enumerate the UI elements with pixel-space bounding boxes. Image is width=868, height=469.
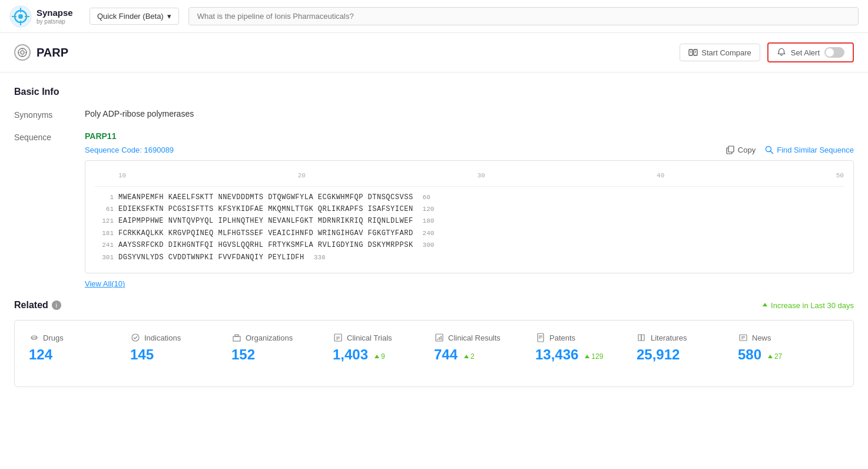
increase-badge-clinical-trials: 9 bbox=[374, 352, 385, 361]
patents-count: 13,436 129 bbox=[535, 346, 625, 363]
arrow-up-small-icon bbox=[463, 354, 469, 359]
related-item-drugs[interactable]: Drugs 124 bbox=[29, 332, 130, 375]
search-dna-icon bbox=[765, 146, 774, 154]
drugs-label: Drugs bbox=[43, 333, 64, 342]
logo-sub: by patsnap bbox=[37, 18, 73, 25]
seq-end-num: 180 bbox=[423, 216, 435, 227]
news-label: News bbox=[752, 333, 771, 342]
seq-start-num: 301 bbox=[95, 252, 114, 263]
related-item-indications[interactable]: Indications 145 bbox=[130, 332, 231, 375]
view-all-link[interactable]: View All(10) bbox=[85, 279, 125, 288]
clinical-results-icon bbox=[434, 332, 445, 343]
svg-rect-28 bbox=[334, 334, 342, 341]
related-item-clinical-trials[interactable]: Clinical Trials 1,403 9 bbox=[333, 332, 434, 375]
search-input[interactable] bbox=[188, 7, 859, 25]
related-item-clinical-results[interactable]: Clinical Results 744 2 bbox=[434, 332, 535, 375]
related-item-news[interactable]: News 580 27 bbox=[738, 332, 839, 375]
chevron-down-icon: ▾ bbox=[167, 12, 171, 21]
drugs-count: 124 bbox=[29, 346, 118, 363]
arrow-up-small-icon bbox=[767, 354, 773, 359]
clinical-trials-icon bbox=[333, 332, 343, 343]
indications-icon bbox=[130, 332, 141, 343]
related-item-patents[interactable]: Patents 13,436 129 bbox=[535, 332, 637, 375]
literatures-label: Literatures bbox=[651, 333, 687, 342]
related-item-label-clinical-trials: Clinical Trials bbox=[333, 332, 422, 343]
related-card: Drugs 124 Indications 145 Organizations … bbox=[14, 320, 854, 387]
arrow-up-small-icon bbox=[584, 354, 590, 359]
sequence-code: Sequence Code: 1690089 bbox=[85, 146, 174, 154]
literatures-count: 25,912 bbox=[637, 346, 726, 363]
set-alert-button[interactable]: Set Alert bbox=[767, 42, 854, 62]
sequence-code-row: Sequence Code: 1690089 Copy bbox=[85, 146, 854, 154]
seq-end-num: 240 bbox=[423, 228, 435, 239]
set-alert-toggle[interactable] bbox=[824, 47, 844, 58]
related-header: Related i Increase in Last 30 days bbox=[14, 300, 854, 311]
related-item-literatures[interactable]: Literatures 25,912 bbox=[637, 332, 738, 375]
logo-text: Synapse by patsnap bbox=[37, 8, 73, 25]
clinical-results-label: Clinical Results bbox=[448, 333, 501, 342]
quick-finder-button[interactable]: Quick Finder (Beta) ▾ bbox=[90, 8, 179, 25]
svg-rect-27 bbox=[235, 335, 238, 336]
svg-rect-26 bbox=[233, 336, 240, 341]
related-item-label-organizations: Organizations bbox=[231, 332, 321, 343]
sequence-box: 10 20 30 40 50 1 MWEANPEMFH KAEELFSKTT N… bbox=[85, 160, 854, 273]
news-icon bbox=[738, 332, 748, 343]
sequence-row: 121 EAIPMPPHWE NVNTQVPYQL IPLHNQTHEY NEV… bbox=[95, 215, 844, 227]
seq-data: AAYSSRFCKD DIKHGNTFQI HGVSLQQRHL FRTYKSM… bbox=[118, 239, 413, 251]
compare-icon bbox=[688, 48, 698, 57]
logo-name: Synapse bbox=[37, 8, 73, 18]
patents-icon bbox=[535, 332, 546, 343]
seq-data: FCRKKAQLKK KRGVPQINEQ MLFHGTSSEF VEAICIH… bbox=[118, 227, 413, 239]
bell-icon bbox=[777, 48, 786, 57]
sequence-content: PARP11 Sequence Code: 1690089 Copy bbox=[85, 131, 854, 288]
sequence-ruler: 10 20 30 40 50 bbox=[95, 170, 844, 187]
related-item-organizations[interactable]: Organizations 152 bbox=[231, 332, 333, 375]
sequence-row: 241 AAYSSRFCKD DIKHGNTFQI HGVSLQQRHL FRT… bbox=[95, 239, 844, 251]
sequence-row: 301 DGSYVNLYDS CVDDTWNPKI FVVFDANQIY PEY… bbox=[95, 252, 844, 263]
seq-start-num: 1 bbox=[95, 192, 114, 203]
top-navigation: Synapse by patsnap Quick Finder (Beta) ▾ bbox=[0, 0, 868, 33]
find-similar-button[interactable]: Find Similar Sequence bbox=[765, 146, 854, 154]
logo-icon bbox=[9, 5, 32, 28]
sequence-row: 1 MWEANPEMFH KAEELFSKTT NNEVDDDMTS DTQWG… bbox=[95, 191, 844, 203]
svg-point-2 bbox=[18, 14, 23, 19]
seq-start-num: 181 bbox=[95, 228, 114, 239]
info-icon[interactable]: i bbox=[52, 300, 61, 310]
logo: Synapse by patsnap bbox=[9, 5, 80, 28]
seq-end-num: 60 bbox=[423, 192, 430, 203]
quick-finder-label: Quick Finder (Beta) bbox=[97, 12, 164, 21]
related-title: Related bbox=[14, 300, 48, 311]
seq-start-num: 61 bbox=[95, 204, 114, 215]
target-icon bbox=[14, 44, 31, 61]
seq-data: EAIPMPPHWE NVNTQVPYQL IPLHNQTHEY NEVANLF… bbox=[118, 215, 413, 227]
indications-count: 145 bbox=[130, 346, 220, 363]
synonyms-label: Synonyms bbox=[14, 109, 85, 120]
page-header: PARP Start Compare Set Alert bbox=[0, 33, 868, 72]
arrow-up-icon bbox=[761, 302, 768, 309]
organizations-label: Organizations bbox=[246, 333, 293, 342]
main-content: Basic Info Synonyms Poly ADP-ribose poly… bbox=[0, 72, 868, 401]
synonyms-value: Poly ADP-ribose polymerases bbox=[85, 109, 854, 118]
start-compare-button[interactable]: Start Compare bbox=[680, 44, 760, 61]
seq-data: DGSYVNLYDS CVDDTWNPKI FVVFDANQIY PEYLIDF… bbox=[118, 252, 304, 263]
svg-rect-20 bbox=[728, 146, 734, 152]
related-item-label-clinical-results: Clinical Results bbox=[434, 332, 524, 343]
svg-point-7 bbox=[18, 48, 26, 57]
clinical-trials-label: Clinical Trials bbox=[347, 333, 392, 342]
increase-badge-clinical-results: 2 bbox=[463, 352, 475, 361]
set-alert-label: Set Alert bbox=[791, 48, 820, 57]
clinical-trials-count: 1,403 9 bbox=[333, 346, 422, 363]
svg-point-25 bbox=[132, 334, 139, 341]
related-grid: Drugs 124 Indications 145 Organizations … bbox=[29, 332, 839, 375]
related-title-area: Related i bbox=[14, 300, 61, 311]
sequence-name: PARP11 bbox=[85, 131, 854, 141]
svg-line-22 bbox=[771, 151, 773, 154]
sequence-actions: Copy Find Similar Sequence bbox=[726, 146, 854, 154]
literatures-icon bbox=[637, 332, 647, 343]
indications-label: Indications bbox=[144, 333, 181, 342]
related-item-label-indications: Indications bbox=[130, 332, 220, 343]
copy-button[interactable]: Copy bbox=[726, 146, 756, 154]
patents-label: Patents bbox=[549, 333, 575, 342]
related-item-label-news: News bbox=[738, 332, 827, 343]
header-actions: Start Compare Set Alert bbox=[680, 42, 854, 62]
